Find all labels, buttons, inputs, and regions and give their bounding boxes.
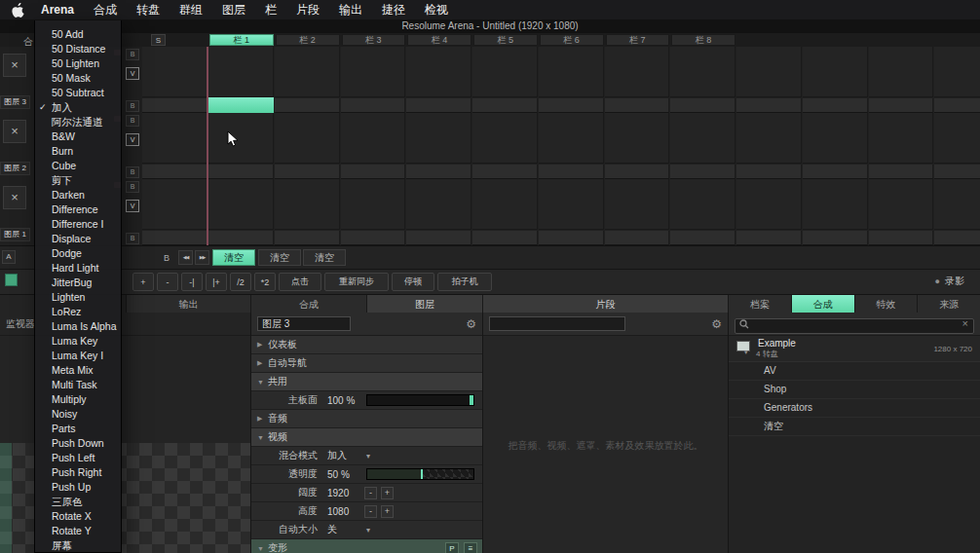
clip-cell[interactable] (803, 113, 868, 164)
blend-mode-option[interactable]: LoRez (35, 305, 121, 319)
browser-tab-2[interactable]: 合成 (791, 295, 854, 313)
blend-mode-option[interactable]: Push Right (35, 465, 121, 480)
composition-item-example[interactable]: Example 1280 x 720 ▾ 4 转盘 (729, 336, 980, 362)
blend-mode-option[interactable]: Parts (35, 422, 121, 436)
blend-mode-option[interactable]: Hard Light (35, 261, 121, 276)
clip-trigger-cell[interactable] (341, 98, 406, 113)
column-header-6[interactable]: 栏 6 (540, 34, 604, 46)
tempo-button-5[interactable]: /2 (230, 273, 251, 291)
column-header-5[interactable]: 栏 5 (473, 34, 538, 46)
blend-mode-option[interactable]: Luma Is Alpha (35, 319, 121, 334)
clip-trigger-cell[interactable] (670, 98, 735, 113)
clip-cell[interactable] (275, 47, 340, 97)
clip-trigger-cell[interactable] (208, 165, 274, 179)
blend-mode-option[interactable]: JitterBug (35, 276, 121, 290)
property-row-视频[interactable]: ▼视频 (251, 428, 482, 447)
clip-cell[interactable] (208, 179, 274, 230)
blend-mode-option[interactable]: 三原色 (35, 495, 121, 509)
menubar-item-10[interactable]: 检视 (415, 0, 458, 19)
transform-button-1[interactable]: P (445, 542, 459, 553)
layer-name-label[interactable]: 图层 3 (0, 95, 30, 109)
crossfader-a-button[interactable]: A (2, 250, 16, 264)
clip-cell[interactable] (406, 179, 471, 230)
blend-mode-option[interactable]: 阿尔法通道 (35, 115, 121, 129)
blend-mode-option[interactable]: Difference (35, 203, 121, 217)
blend-mode-option[interactable]: 50 Distance (35, 42, 121, 56)
column-header-4[interactable]: 栏 4 (407, 34, 471, 46)
clip-trigger-cell[interactable] (670, 231, 735, 245)
blend-mode-option[interactable]: Push Left (35, 451, 121, 465)
clip-cell[interactable] (142, 47, 207, 97)
layer-video-button[interactable]: V (126, 133, 139, 146)
layer-video-button[interactable]: V (126, 67, 139, 80)
column-header-1[interactable]: 栏 1 (209, 34, 274, 46)
blend-mode-option[interactable]: Multiply (35, 392, 121, 407)
browser-item[interactable]: 清空 (729, 418, 980, 436)
increment-button[interactable]: + (381, 487, 394, 499)
clip-trigger-cell[interactable] (142, 165, 207, 179)
clip-cell[interactable] (275, 113, 340, 164)
tempo-button-1[interactable]: + (132, 273, 154, 291)
clip-cell[interactable] (539, 113, 604, 164)
browser-tab-3[interactable]: 特效 (854, 295, 918, 313)
clip-cell[interactable] (406, 113, 471, 164)
clip-trigger-cell[interactable] (275, 231, 340, 245)
clear-button-2[interactable]: 清空 (258, 249, 301, 266)
blend-mode-option[interactable]: Push Down (35, 436, 121, 451)
clip-cell[interactable] (605, 179, 670, 230)
clip-trigger-cell[interactable] (869, 165, 934, 179)
clip-cell[interactable] (208, 47, 274, 97)
apple-menu-icon[interactable] (12, 3, 25, 18)
blend-mode-option[interactable]: B&W (35, 129, 121, 144)
clip-trigger-cell[interactable] (736, 165, 802, 179)
clip-trigger-cell[interactable] (934, 98, 980, 113)
menubar-item-2[interactable]: 合成 (84, 0, 127, 19)
clip-trigger-cell[interactable] (803, 98, 868, 113)
clip-cell[interactable] (736, 179, 802, 230)
column-header-7[interactable]: 栏 7 (606, 34, 670, 46)
clip-cell[interactable] (803, 179, 868, 230)
blend-mode-option[interactable]: Burn (35, 144, 121, 159)
tempo-button-6[interactable]: *2 (254, 273, 276, 291)
blend-mode-option[interactable]: Rotate Y (35, 524, 121, 538)
clip-trigger-cell[interactable] (605, 165, 670, 179)
slider-track[interactable] (366, 394, 474, 406)
property-row-自动大小[interactable]: 自动大小关▾ (251, 521, 482, 539)
clip-cell[interactable] (341, 179, 406, 230)
property-row-音频[interactable]: ▶音频 (251, 410, 482, 428)
tempo-button-3[interactable]: -| (181, 273, 203, 291)
property-row-自动导航[interactable]: ▶自动导航 (251, 354, 482, 373)
browser-item[interactable]: Generators (729, 399, 980, 418)
menubar-item-5[interactable]: 图层 (212, 0, 255, 19)
clip-cell[interactable] (803, 47, 868, 97)
layer-video-button[interactable]: V (126, 200, 139, 212)
layer-bypass-button[interactable]: B (126, 181, 139, 193)
clip-cell[interactable] (869, 47, 934, 97)
clip-cell[interactable] (934, 179, 980, 230)
clip-trigger-cell[interactable] (539, 165, 604, 179)
blend-mode-option[interactable]: Lighten (35, 290, 121, 305)
clip-cell[interactable] (341, 113, 406, 164)
blend-mode-option[interactable]: 50 Lighten (35, 56, 121, 71)
clip-trigger-cell[interactable] (736, 98, 802, 113)
solo-button[interactable]: S (151, 34, 166, 46)
clip-cell[interactable] (539, 179, 604, 230)
clip-cell[interactable] (472, 113, 538, 164)
blend-mode-option[interactable]: Displace (35, 232, 121, 246)
tab-clip[interactable]: 片段 (482, 295, 728, 313)
clip-name-input[interactable] (489, 316, 625, 331)
blend-mode-option[interactable]: Noisy (35, 407, 121, 422)
layer-name-label[interactable]: 图层 1 (0, 228, 30, 241)
blend-mode-option[interactable]: Push Up (35, 480, 121, 495)
clip-trigger-cell[interactable] (736, 231, 802, 245)
disclosure-triangle-icon[interactable]: ▾ (744, 349, 748, 356)
alpha-slider-track[interactable] (366, 468, 474, 480)
blend-mode-option[interactable]: Darken (35, 188, 121, 203)
decrement-button[interactable]: - (364, 487, 377, 499)
layer-strip-bypass-button[interactable]: B (126, 100, 139, 112)
property-row-共用[interactable]: ▼共用 (251, 373, 482, 391)
clip-cell[interactable] (736, 113, 802, 164)
clip-cell[interactable] (736, 47, 802, 97)
layer-close-button[interactable]: × (3, 120, 26, 143)
clip-cell[interactable] (341, 47, 406, 97)
